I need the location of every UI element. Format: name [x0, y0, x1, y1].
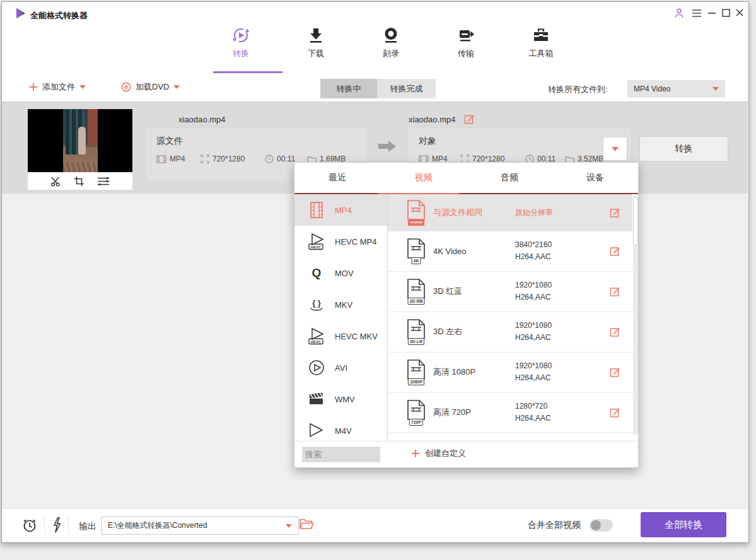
source-section-label: 源文件 — [156, 136, 183, 147]
preset-resolution: 原始分辨率 — [515, 207, 553, 219]
edit-preset-icon[interactable] — [610, 286, 620, 297]
format-item-mov[interactable]: Q MOV — [294, 257, 387, 289]
preset-codec: H264,AAC — [515, 291, 552, 303]
preset-row-4k[interactable]: 4K 4K Video 3840*2160 H264,AAC — [388, 231, 632, 272]
format-item-mp4[interactable]: MP4 — [294, 194, 387, 226]
preset-name: 3D 左右 — [433, 326, 462, 337]
format-item-wmv[interactable]: WMV — [294, 383, 387, 415]
tab-download[interactable]: 下载 — [289, 26, 342, 66]
separator — [68, 516, 69, 534]
format-item-m4v[interactable]: M4V — [294, 415, 387, 441]
m4v-flag-icon — [307, 421, 326, 440]
convert-all-to-label: 转换所有文件到: — [548, 84, 608, 95]
panel-tab-recent[interactable]: 最近 — [294, 163, 380, 193]
tab-converting[interactable]: 转换中 — [320, 79, 377, 98]
preset-row-720p[interactable]: 720P 高清 720P 1280*720 H264,AAC — [388, 392, 632, 433]
crop-icon[interactable] — [74, 176, 84, 187]
format-label: AVI — [335, 363, 347, 373]
effects-sliders-icon[interactable] — [97, 176, 110, 187]
preset-spec: 1920*1080 H264,AAC — [515, 320, 552, 344]
tab-finished[interactable]: 转换完成 — [377, 79, 436, 98]
preset-spec: 1280*720 H264,AAC — [515, 400, 551, 424]
preset-row-source[interactable]: source 与源文件相同 原始分辨率 — [388, 194, 632, 231]
search-input[interactable] — [302, 446, 380, 462]
preset-badge: 1080P — [408, 378, 424, 385]
tab-toolbox-label: 工具箱 — [529, 48, 554, 59]
tab-burn-label: 刻录 — [383, 48, 399, 59]
tab-burn[interactable]: 刻录 — [364, 26, 417, 66]
high-speed-lightning-icon[interactable] — [52, 516, 62, 534]
schedule-alarm-icon[interactable] — [21, 517, 38, 534]
trim-scissors-icon[interactable] — [50, 176, 61, 187]
preset-codec: H264,AAC — [515, 412, 551, 424]
edit-preset-icon[interactable] — [610, 327, 620, 337]
format-item-hevc-mp4[interactable]: HEVC HEVC MP4 — [294, 226, 387, 257]
open-output-folder-icon[interactable] — [299, 518, 314, 530]
wmv-clapperboard-icon — [307, 390, 326, 409]
tab-convert[interactable]: 转换 — [214, 26, 267, 66]
mp4-filmstrip-icon — [307, 201, 326, 219]
target-filename: xiaodao.mp4 — [409, 115, 455, 124]
edit-preset-icon[interactable] — [610, 207, 620, 218]
format-item-mkv[interactable]: { } MKV — [294, 289, 387, 320]
tab-toolbox[interactable]: 工具箱 — [515, 26, 567, 66]
separator — [44, 516, 45, 534]
user-account-icon[interactable] — [673, 8, 685, 19]
format-label: MOV — [335, 269, 354, 278]
target-format-dropdown-button[interactable] — [603, 137, 627, 161]
preset-spec: 3840*2160 H264,AAC — [515, 239, 552, 263]
preset-list-scrollbar[interactable] — [633, 195, 638, 435]
format-label: HEVC MP4 — [335, 237, 376, 247]
maximize-icon[interactable] — [722, 9, 730, 17]
tab-finished-label: 转换完成 — [390, 83, 423, 95]
panel-tab-video[interactable]: 视频 — [380, 163, 466, 193]
download-icon — [307, 26, 325, 44]
source-file-icon: source — [405, 199, 427, 226]
load-dvd-button[interactable]: 加载DVD — [121, 81, 180, 93]
matroska-braces-icon: { } — [307, 295, 326, 314]
preset-row-3d-rb[interactable]: 3D RB 3D 红蓝 1920*1080 H264,AAC — [388, 271, 632, 312]
panel-tab-audio[interactable]: 音频 — [467, 163, 552, 193]
preset-badge: source — [408, 219, 424, 226]
create-custom-button[interactable]: 创建自定义 — [411, 448, 466, 459]
output-path-value: E:\全能格式转换器\Converted — [108, 520, 207, 531]
create-custom-label: 创建自定义 — [425, 448, 466, 459]
preset-file-icon: 3D LR — [405, 318, 427, 345]
film-icon — [156, 155, 166, 163]
format-item-avi[interactable]: AVI — [294, 352, 387, 383]
menu-icon[interactable] — [691, 9, 702, 18]
convert-button[interactable]: 转换 — [639, 136, 728, 161]
video-thumbnail[interactable] — [28, 109, 132, 172]
panel-tab-device[interactable]: 设备 — [552, 163, 638, 193]
edit-preset-icon[interactable] — [610, 246, 620, 257]
tab-transfer-label: 传输 — [458, 48, 474, 59]
output-format-select[interactable]: MP4 Video — [627, 80, 725, 98]
scrollbar-thumb[interactable] — [633, 197, 638, 246]
tab-converting-label: 转换中 — [337, 83, 361, 95]
plus-icon — [29, 83, 38, 91]
preset-row-3d-lr[interactable]: 3D LR 3D 左右 1920*1080 H264,AAC — [388, 312, 632, 353]
close-icon[interactable] — [735, 8, 744, 17]
video-thumbnail-card — [28, 109, 132, 190]
load-dvd-label: 加载DVD — [136, 81, 169, 93]
output-path-select[interactable]: E:\全能格式转换器\Converted — [101, 516, 299, 535]
tab-download-label: 下载 — [308, 48, 324, 59]
convert-all-button[interactable]: 全部转换 — [641, 512, 726, 537]
dvd-disc-icon — [121, 82, 131, 92]
panel-active-tab-underline — [378, 193, 459, 194]
edit-preset-icon[interactable] — [610, 367, 620, 378]
preset-resolution: 1920*1080 — [515, 279, 552, 291]
merge-videos-toggle[interactable] — [590, 519, 613, 532]
output-format-value: MP4 Video — [634, 85, 670, 93]
add-files-button[interactable]: 添加文件 — [29, 81, 86, 93]
source-filename: xiaodao.mp4 — [178, 115, 225, 124]
main-nav: 转换 下载 刻录 传输 — [214, 26, 567, 66]
minimize-icon[interactable] — [707, 12, 716, 15]
convert-icon — [232, 26, 250, 44]
tab-transfer[interactable]: 传输 — [439, 26, 492, 66]
preset-file-icon: 720P — [405, 399, 427, 426]
preset-row-1080p[interactable]: 1080P 高清 1080P 1920*1080 H264,AAC — [388, 352, 632, 393]
format-item-hevc-mkv[interactable]: HEVC HEVC MKV — [294, 320, 387, 352]
rename-edit-icon[interactable] — [464, 114, 475, 124]
edit-preset-icon[interactable] — [610, 407, 620, 418]
